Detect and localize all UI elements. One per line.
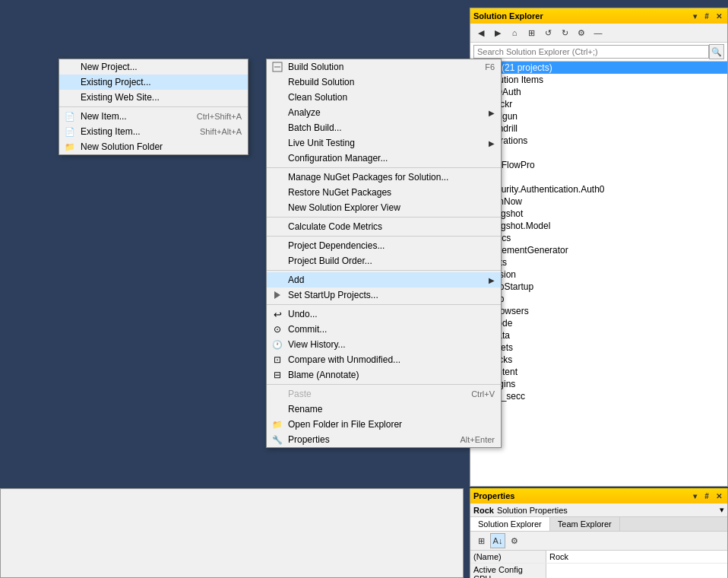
- props-object-name: Rock: [473, 506, 494, 515]
- menu-compare-unmodified[interactable]: ⊡ Compare with Unmodified...: [267, 352, 501, 367]
- tree-item-test[interactable]: test: [470, 171, 727, 183]
- tree-item-slingshot-model[interactable]: Slingshot.Model: [470, 220, 727, 232]
- rebuild-solution-label: Rebuild Solution: [288, 77, 354, 87]
- tree-item-mi[interactable]: MI: [470, 147, 727, 159]
- tree-item-migrations[interactable]: Migrations: [470, 135, 727, 147]
- props-val-name[interactable]: Rock: [546, 551, 727, 563]
- new-solution-folder-icon: 📁: [64, 141, 76, 153]
- menu-view-history[interactable]: 🕐 View History...: [267, 337, 501, 352]
- pin-icon[interactable]: ▾: [689, 11, 700, 21]
- props-pin-icon[interactable]: ▾: [689, 491, 700, 501]
- proj-build-order-label: Project Build Order...: [288, 256, 372, 266]
- tree-item-oauth[interactable]: .c.OAuth: [470, 86, 727, 98]
- tree-item-root[interactable]: Rock' (21 projects): [470, 62, 727, 74]
- props-close-icon[interactable]: ✕: [714, 491, 724, 501]
- tree-item-payflowpro[interactable]: PayFlowPro: [470, 159, 727, 171]
- tree-item-blocks[interactable]: Blocks: [470, 354, 727, 366]
- props-val-cpu[interactable]: [546, 564, 727, 578]
- menu-build-solution[interactable]: Build Solution F6: [267, 59, 501, 75]
- menu-rebuild-solution[interactable]: Rebuild Solution: [267, 75, 501, 90]
- tree-item-slingshot[interactable]: Slingshot: [470, 208, 727, 220]
- submenu-existing-item[interactable]: 📄 Existing Item... Shift+Alt+A: [59, 124, 248, 139]
- menu-properties[interactable]: 🔧 Properties Alt+Enter: [267, 432, 501, 447]
- tree-item-browsers[interactable]: _Browsers: [470, 305, 727, 317]
- back-btn[interactable]: ◀: [473, 25, 489, 40]
- menu-open-folder[interactable]: 📁 Open Folder in File Explorer: [267, 417, 501, 432]
- props-dock-icon[interactable]: #: [701, 491, 712, 501]
- set-startup-label: Set StartUp Projects...: [288, 290, 378, 300]
- menu-blame[interactable]: ⊟ Blame (Annotate): [267, 367, 501, 383]
- refresh-btn[interactable]: ↺: [540, 25, 555, 40]
- menu-manage-nuget[interactable]: Manage NuGet Packages for Solution...: [267, 170, 501, 185]
- separator-1: [267, 167, 501, 168]
- submenu-existing-project[interactable]: Existing Project...: [59, 75, 248, 90]
- menu-config-manager[interactable]: Configuration Manager...: [267, 151, 501, 166]
- context-menu-main: Build Solution F6 Rebuild Solution Clean…: [266, 59, 502, 448]
- tree-item-version[interactable]: Version: [470, 268, 727, 281]
- menu-restore-nuget[interactable]: Restore NuGet Packages: [267, 185, 501, 200]
- forward-btn[interactable]: ▶: [490, 25, 505, 40]
- tree-item-tests[interactable]: Tests: [470, 256, 727, 268]
- batch-build-icon: [271, 122, 283, 134]
- search-input[interactable]: [473, 45, 709, 59]
- tree-item-mailgun[interactable]: Mailgun: [470, 110, 727, 122]
- tree-item-specs[interactable]: Specs: [470, 232, 727, 244]
- new-item-label: New Item...: [81, 111, 127, 122]
- props-dropdown-icon[interactable]: ▾: [720, 505, 724, 515]
- solution-tree[interactable]: Rock' (21 projects) Solution Items .c.OA…: [470, 62, 727, 486]
- set-startup-icon: [271, 289, 283, 301]
- tree-item-code[interactable]: _Code: [470, 317, 727, 329]
- menu-rename[interactable]: Rename: [267, 402, 501, 417]
- tree-item-auth0[interactable]: Security.Authentication.Auth0: [470, 183, 727, 195]
- menu-calculate-code-metrics[interactable]: Calculate Code Metrics: [267, 219, 501, 234]
- props-categorized-btn[interactable]: ⊞: [473, 533, 489, 548]
- tree-item-plugins[interactable]: Plugins: [470, 378, 727, 390]
- submenu-existing-web-site[interactable]: Existing Web Site...: [59, 90, 248, 105]
- tree-item-content[interactable]: Content: [470, 366, 727, 378]
- tree-item-mandrill[interactable]: Mandrill: [470, 122, 727, 135]
- submenu-new-item[interactable]: 📄 New Item... Ctrl+Shift+A: [59, 109, 248, 124]
- search-icon[interactable]: 🔍: [709, 44, 724, 59]
- blame-icon: ⊟: [271, 369, 283, 381]
- paste-shortcut: Ctrl+V: [456, 389, 495, 399]
- tree-item-checkr[interactable]: checkr: [470, 98, 727, 110]
- collapse-btn[interactable]: ↻: [557, 25, 572, 40]
- dock-icon[interactable]: #: [701, 11, 712, 21]
- menu-add[interactable]: Add ▶: [267, 272, 501, 287]
- separator-3: [267, 236, 501, 237]
- menu-project-build-order[interactable]: Project Build Order...: [267, 253, 501, 268]
- menu-analyze[interactable]: Analyze ▶: [267, 105, 501, 120]
- menu-undo[interactable]: ↩ Undo...: [267, 306, 501, 322]
- undo-icon: ↩: [271, 308, 283, 320]
- tree-item-web[interactable]: Web: [470, 293, 727, 305]
- tree-item-signnow[interactable]: SignNow: [470, 195, 727, 208]
- new-solution-folder-label: New Solution Folder: [81, 141, 163, 152]
- menu-clean-solution[interactable]: Clean Solution: [267, 90, 501, 105]
- menu-new-solution-explorer-view[interactable]: New Solution Explorer View: [267, 200, 501, 215]
- tree-item-solution-items[interactable]: Solution Items: [470, 74, 727, 86]
- tree-item-data[interactable]: _Data: [470, 329, 727, 341]
- tree-item-statement-generator[interactable]: StatementGenerator: [470, 244, 727, 256]
- tree-item-webstartup[interactable]: WebStartup: [470, 281, 727, 293]
- menu-project-dependencies[interactable]: Project Dependencies...: [267, 238, 501, 253]
- open-folder-icon: 📁: [271, 418, 283, 430]
- menu-batch-build[interactable]: Batch Build...: [267, 120, 501, 135]
- minimize-btn[interactable]: —: [590, 25, 606, 40]
- menu-set-startup[interactable]: Set StartUp Projects...: [267, 287, 501, 303]
- menu-live-unit-testing[interactable]: Live Unit Testing ▶: [267, 135, 501, 151]
- props-alphabetical-btn[interactable]: A↓: [490, 533, 505, 548]
- props-settings-btn[interactable]: ⚙: [507, 533, 522, 548]
- submenu-new-solution-folder[interactable]: 📁 New Solution Folder: [59, 139, 248, 154]
- commit-label: Commit...: [288, 324, 327, 335]
- tree-item-org-secc[interactable]: .org_secc: [470, 390, 727, 402]
- tab-team-explorer[interactable]: Team Explorer: [550, 517, 620, 531]
- menu-paste[interactable]: Paste Ctrl+V: [267, 386, 501, 402]
- home-btn[interactable]: ⌂: [507, 25, 522, 40]
- submenu-new-project[interactable]: New Project...: [59, 59, 248, 75]
- properties-btn[interactable]: ⚙: [574, 25, 589, 40]
- tree-item-assets[interactable]: Assets: [470, 341, 727, 354]
- tab-solution-explorer[interactable]: Solution Explorer: [470, 517, 550, 531]
- menu-commit[interactable]: ⊙ Commit...: [267, 322, 501, 337]
- show-all-files-btn[interactable]: ⊞: [524, 25, 539, 40]
- close-icon[interactable]: ✕: [714, 11, 724, 21]
